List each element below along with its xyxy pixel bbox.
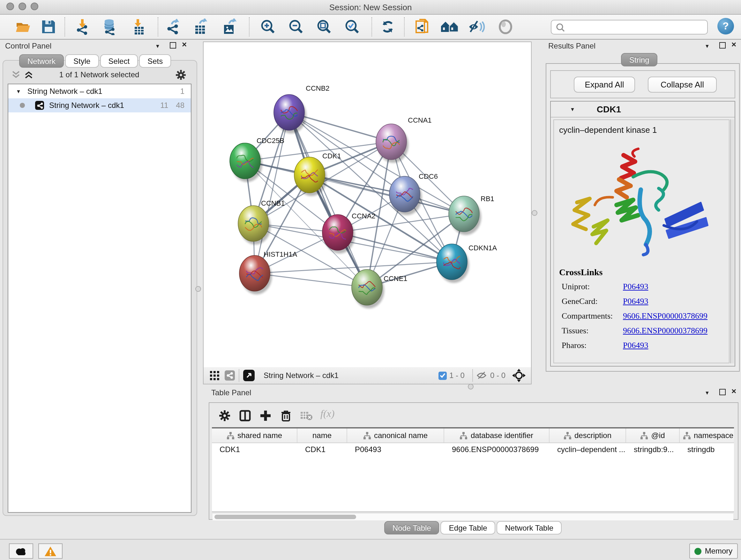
help-icon[interactable]: ? — [718, 18, 734, 35]
results-panel-title: Results Panel — [548, 42, 596, 51]
section-expander-icon[interactable]: ▼ — [570, 106, 575, 112]
detach-view-icon[interactable] — [243, 370, 255, 381]
column-header-canonical-name[interactable]: canonical name — [347, 428, 444, 442]
network-node-cdkn1a[interactable]: CDKN1A — [436, 244, 497, 283]
tab-node-table[interactable]: Node Table — [384, 521, 440, 535]
table-cell[interactable]: cyclin–dependent ... — [549, 445, 626, 454]
results-scrollbar[interactable] — [730, 119, 734, 363]
network-canvas[interactable]: CCNB2CCNA1CDC25BCDK1CDC6RB1CCNB1CCNA2CDK… — [203, 42, 532, 368]
panel-float-icon[interactable] — [170, 42, 176, 49]
birdseye-grid-icon[interactable] — [210, 371, 219, 380]
crosslink-link[interactable]: P06493 — [623, 340, 648, 351]
zoom-in-icon[interactable] — [259, 18, 277, 36]
table-gear-icon[interactable] — [217, 408, 232, 423]
panel-menu-icon[interactable]: ▼ — [704, 390, 710, 396]
panel-close-icon[interactable]: × — [731, 42, 736, 48]
table-cell[interactable]: P06493 — [347, 445, 444, 454]
tab-style[interactable]: Style — [65, 54, 98, 68]
table-cell[interactable]: CDK1 — [212, 445, 297, 454]
splitter-handle[interactable] — [195, 286, 201, 292]
cloud-button[interactable] — [9, 543, 33, 559]
import-database-icon[interactable] — [101, 18, 119, 36]
tab-string[interactable]: String — [621, 53, 658, 66]
column-header-namespace[interactable]: namespace — [680, 428, 734, 442]
panel-float-icon[interactable] — [719, 389, 726, 395]
node-label-cdc25b: CDC25B — [257, 137, 284, 145]
tab-select[interactable]: Select — [100, 54, 138, 68]
add-column-icon[interactable] — [258, 408, 273, 423]
tab-edge-table[interactable]: Edge Table — [441, 521, 495, 535]
column-header-shared-name[interactable]: shared name — [212, 428, 297, 442]
zoom-out-icon[interactable] — [287, 18, 305, 36]
panel-menu-icon[interactable]: ▼ — [155, 44, 160, 49]
gear-icon[interactable] — [176, 70, 186, 80]
table-cell[interactable]: stringdb — [680, 445, 734, 454]
node-label-cdk1: CDK1 — [322, 152, 341, 160]
save-session-icon[interactable] — [40, 18, 57, 36]
expand-all-button[interactable]: Expand All — [574, 77, 635, 92]
table-hscrollbar-thumb[interactable] — [214, 515, 356, 519]
table-hscrollbar[interactable] — [212, 513, 733, 520]
export-table-icon[interactable] — [192, 18, 209, 36]
home-pages-icon[interactable] — [441, 18, 458, 36]
network-collection-row[interactable]: ▼ String Network – cdk1 1 — [8, 84, 191, 98]
tab-network[interactable]: Network — [19, 54, 64, 68]
show-columns-icon[interactable] — [238, 408, 253, 423]
crosslink-link[interactable]: P06493 — [623, 296, 648, 307]
network-node-cdc6[interactable]: CDC6 — [389, 172, 438, 215]
network-edge[interactable] — [310, 175, 464, 214]
hide-unhide-icon[interactable] — [468, 18, 486, 36]
column-header-description[interactable]: description — [549, 428, 626, 442]
import-network-icon[interactable] — [74, 18, 92, 36]
highlight-eye-icon[interactable] — [496, 18, 515, 36]
delete-column-icon[interactable] — [278, 408, 293, 423]
share-document-icon[interactable] — [414, 18, 431, 36]
selected-checkbox-icon[interactable] — [439, 371, 447, 380]
network-node-ccnb2[interactable]: CCNB2 — [274, 84, 330, 133]
network-node-ccne1[interactable]: CCNE1 — [352, 269, 408, 308]
table-cell[interactable]: 9606.ENSP00000378699 — [444, 445, 549, 454]
warning-button[interactable] — [38, 543, 63, 559]
column-header--id[interactable]: @id — [626, 428, 680, 442]
tree-expander-icon[interactable]: ▼ — [16, 88, 21, 94]
search-input[interactable] — [567, 21, 707, 33]
crosslink-link[interactable]: 9606.ENSP00000378699 — [623, 311, 708, 321]
column-header-label: name — [313, 431, 332, 440]
collapse-all-button[interactable]: Collapse All — [648, 77, 717, 92]
splitter-handle[interactable] — [532, 210, 537, 216]
table-cell[interactable]: CDK1 — [297, 445, 347, 454]
tab-network-table[interactable]: Network Table — [497, 521, 562, 535]
export-image-icon[interactable] — [220, 18, 238, 36]
panel-float-icon[interactable] — [719, 42, 726, 49]
panel-close-icon[interactable]: × — [731, 388, 736, 395]
table-row[interactable]: CDK1CDK1P064939606.ENSP00000378699cyclin… — [212, 443, 734, 456]
column-header-database-identifier[interactable]: database identifier — [444, 428, 549, 442]
table-cell[interactable]: stringdb:9... — [626, 445, 680, 454]
network-node-hist1h1a[interactable]: HIST1H1A — [239, 250, 297, 294]
crosshair-icon[interactable] — [512, 368, 526, 382]
memory-button[interactable]: Memory — [689, 543, 738, 559]
protein-section-header[interactable]: ▼ CDK1 — [551, 102, 735, 118]
panel-menu-icon[interactable]: ▼ — [704, 44, 710, 49]
crosslink-link[interactable]: 9606.ENSP00000378699 — [623, 326, 708, 336]
network-row[interactable]: String Network – cdk1 11 48 — [8, 98, 191, 112]
export-network-icon[interactable] — [165, 18, 183, 36]
column-header-name[interactable]: name — [297, 428, 347, 442]
open-file-icon[interactable] — [14, 18, 32, 36]
network-edge[interactable] — [289, 112, 367, 287]
tab-sets[interactable]: Sets — [139, 54, 171, 68]
refresh-icon[interactable] — [379, 18, 397, 36]
crosslink-link[interactable]: P06493 — [623, 282, 648, 292]
zoom-selected-icon[interactable] — [343, 18, 361, 36]
network-node-ccna2[interactable]: CCNA2 — [322, 212, 376, 253]
zoom-fit-icon[interactable] — [315, 18, 333, 36]
crosslinks-heading: CrossLinks — [559, 267, 729, 278]
import-table-icon[interactable] — [130, 18, 148, 36]
toolbar-separator — [372, 17, 372, 37]
splitter-handle[interactable] — [468, 384, 474, 389]
network-node-ccna1[interactable]: CCNA1 — [376, 116, 432, 163]
network-edge[interactable] — [255, 262, 452, 273]
network-node-rb1[interactable]: RB1 — [449, 195, 494, 235]
panel-close-icon[interactable]: × — [182, 42, 187, 48]
network-share-icon[interactable] — [225, 370, 235, 381]
